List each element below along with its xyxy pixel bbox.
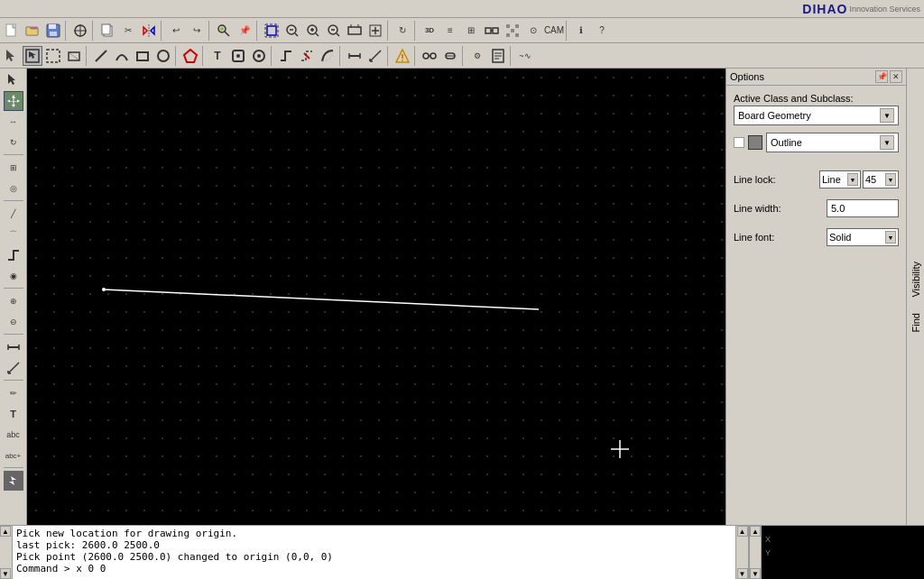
sidebar-snap-btn[interactable]: ◎ (4, 179, 23, 198)
sidebar-select-btn[interactable] (4, 70, 23, 90)
line-width-input[interactable] (827, 199, 899, 217)
sidebar-zoom-out-btn[interactable]: ⊖ (4, 312, 23, 332)
property-button[interactable]: ⚙ (467, 46, 487, 66)
canvas[interactable] (27, 69, 725, 525)
box-select-button[interactable] (64, 46, 84, 66)
padstack-button[interactable]: ⊙ (523, 21, 543, 41)
info-button[interactable]: ℹ (571, 21, 591, 41)
zoom-previous-button[interactable] (282, 21, 302, 41)
zoom-out-button[interactable] (324, 21, 344, 41)
zoom-area-button[interactable] (262, 21, 282, 41)
sidebar-info-btn[interactable] (4, 471, 23, 491)
undo-button[interactable]: ↩ (166, 21, 186, 41)
deselect-button[interactable] (43, 46, 63, 66)
line-lock-type-arrow[interactable]: ▼ (847, 173, 858, 186)
redo-button[interactable]: ↪ (187, 21, 207, 41)
new-button[interactable] (2, 21, 22, 41)
component-button[interactable] (482, 21, 502, 41)
sidebar-text-btn[interactable]: T (4, 404, 23, 424)
cam-button[interactable]: CAM (544, 21, 564, 41)
sidebar-measure-btn[interactable] (4, 337, 23, 357)
crosshair-button[interactable] (70, 21, 90, 41)
line-font-dropdown[interactable]: Solid ▼ (827, 228, 899, 246)
add-line-button[interactable] (91, 46, 111, 66)
help-button[interactable]: ? (592, 21, 612, 41)
sep-7 (414, 21, 418, 41)
3d-button[interactable]: 3D (420, 21, 439, 41)
net-button[interactable]: ~∿ (515, 46, 535, 66)
svg-rect-37 (506, 24, 510, 28)
sidebar-abc2-btn[interactable]: abc+ (4, 446, 23, 465)
pin-button[interactable]: 📌 (235, 21, 254, 41)
connect-button[interactable] (420, 46, 439, 66)
sidebar-via-btn[interactable]: ◉ (4, 266, 23, 286)
log-scroll-down[interactable]: ▼ (0, 568, 11, 579)
visibility-tab[interactable]: Visibility (908, 253, 924, 306)
sidebar-draw-btn[interactable]: ✏ (4, 383, 23, 403)
zoom-in-alt-button[interactable] (365, 21, 385, 41)
sidebar-route-btn[interactable] (4, 245, 23, 265)
line-font-arrow[interactable]: ▼ (885, 231, 896, 244)
log-scroll-up[interactable]: ▲ (0, 526, 11, 537)
route-button[interactable] (276, 46, 296, 66)
cut-button[interactable]: ✂ (118, 21, 138, 41)
open-button[interactable] (23, 21, 42, 41)
sidebar-zoom-in-btn[interactable]: ⊕ (4, 291, 23, 311)
sidebar-line-btn[interactable]: ╱ (4, 204, 23, 224)
add-arc-button[interactable] (112, 46, 132, 66)
sidebar-mirror-btn[interactable]: ↔ (4, 112, 23, 132)
drc-button[interactable] (393, 46, 412, 66)
zoom-fit-button[interactable] (345, 21, 365, 41)
log-line-1: Pick new location for drawing origin. (16, 528, 732, 539)
sidebar-abc-btn[interactable]: abc (4, 425, 23, 445)
options-close-button[interactable]: ✕ (890, 70, 902, 83)
line-font-row: Line font: Solid ▼ (734, 228, 899, 246)
sidebar-move-btn[interactable] (4, 91, 23, 111)
select-active-button[interactable] (23, 46, 42, 66)
line-lock-type-dropdown[interactable]: Line ▼ (819, 170, 861, 188)
line-lock-angle-dropdown[interactable]: 45 ▼ (863, 170, 899, 188)
sidebar-measure2-btn[interactable] (4, 358, 23, 378)
toolbar-main: ✂ ↩ ↪ 📌 ↻ 3D (0, 18, 924, 43)
add-rect-button[interactable] (133, 46, 152, 66)
line-lock-angle-arrow[interactable]: ▼ (885, 173, 896, 186)
sidebar-rotate-btn[interactable]: ↻ (4, 133, 23, 152)
add-pad-button[interactable] (228, 46, 248, 66)
subclass-checkbox[interactable] (734, 137, 744, 148)
cut-route-button[interactable] (297, 46, 317, 66)
copy-button[interactable] (97, 21, 117, 41)
report-button[interactable] (488, 46, 508, 66)
log-hscroll-up[interactable]: ▲ (750, 526, 761, 537)
select-button[interactable] (2, 46, 22, 66)
add-via-button[interactable] (249, 46, 269, 66)
layers-button[interactable]: ≡ (440, 21, 460, 41)
log-scroll-up-btn[interactable]: ▲ (737, 526, 748, 537)
mirror-button[interactable] (139, 21, 159, 41)
measure2-button[interactable] (365, 46, 385, 66)
subclass-dropdown[interactable]: Outline ▼ (766, 133, 899, 152)
find-tab[interactable]: Find (908, 305, 924, 340)
add-polygon-button[interactable] (180, 46, 200, 66)
find-button[interactable] (214, 21, 234, 41)
refresh-button[interactable]: ↻ (393, 21, 412, 41)
gloss-button[interactable] (318, 46, 337, 66)
grid-button[interactable]: ⊞ (461, 21, 481, 41)
sidebar-grid-btn[interactable]: ⊞ (4, 158, 23, 178)
class-dropdown-arrow[interactable]: ▼ (880, 108, 894, 123)
subclass-dropdown-arrow[interactable]: ▼ (880, 135, 894, 150)
add-circle-button[interactable] (153, 46, 173, 66)
log-scroll-down-btn[interactable]: ▼ (737, 568, 748, 579)
netlist-button[interactable] (503, 21, 522, 41)
log-hscroll-down[interactable]: ▼ (750, 568, 761, 579)
zoom-in-button[interactable] (303, 21, 323, 41)
options-pin-button[interactable]: 📌 (875, 70, 888, 83)
sidebar-arc-btn[interactable]: ⌒ (4, 225, 23, 244)
save-button[interactable] (43, 21, 63, 41)
class-dropdown[interactable]: Board Geometry ▼ (734, 106, 899, 125)
subclass-color-swatch[interactable] (748, 135, 762, 150)
measure-button[interactable] (345, 46, 365, 66)
disconnect-button[interactable] (440, 46, 460, 66)
svg-marker-44 (29, 51, 36, 59)
svg-marker-42 (6, 50, 14, 61)
add-text-button[interactable]: T (208, 46, 227, 66)
